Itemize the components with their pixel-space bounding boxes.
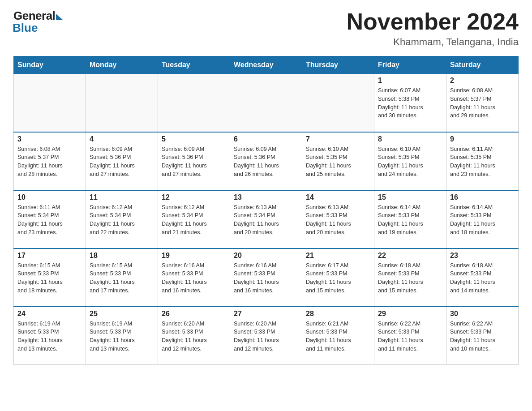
header-saturday: Saturday (446, 56, 519, 74)
day-number: 3 (17, 135, 82, 143)
calendar-week-3: 10Sunrise: 6:11 AMSunset: 5:34 PMDayligh… (14, 190, 519, 248)
calendar-cell: 29Sunrise: 6:22 AMSunset: 5:33 PMDayligh… (374, 307, 446, 365)
day-number: 21 (306, 252, 370, 260)
calendar-cell: 10Sunrise: 6:11 AMSunset: 5:34 PMDayligh… (14, 190, 86, 248)
day-info: Sunrise: 6:09 AMSunset: 5:36 PMDaylight:… (90, 145, 154, 179)
day-number: 13 (234, 193, 298, 201)
day-info: Sunrise: 6:19 AMSunset: 5:33 PMDaylight:… (90, 320, 154, 353)
day-info: Sunrise: 6:19 AMSunset: 5:33 PMDaylight:… (17, 320, 82, 353)
day-number: 9 (450, 135, 515, 143)
day-info: Sunrise: 6:07 AMSunset: 5:38 PMDaylight:… (378, 86, 442, 120)
day-number: 28 (306, 310, 370, 318)
header-thursday: Thursday (302, 56, 374, 74)
calendar-cell: 11Sunrise: 6:12 AMSunset: 5:34 PMDayligh… (86, 190, 158, 248)
calendar-cell: 19Sunrise: 6:16 AMSunset: 5:33 PMDayligh… (158, 248, 230, 307)
calendar-week-4: 17Sunrise: 6:15 AMSunset: 5:33 PMDayligh… (14, 248, 519, 307)
day-number: 20 (234, 252, 298, 260)
day-number: 23 (450, 252, 515, 260)
calendar-cell: 26Sunrise: 6:20 AMSunset: 5:33 PMDayligh… (158, 307, 230, 365)
calendar-week-1: 1Sunrise: 6:07 AMSunset: 5:38 PMDaylight… (14, 74, 519, 132)
day-number: 11 (90, 193, 154, 201)
day-info: Sunrise: 6:20 AMSunset: 5:33 PMDaylight:… (162, 320, 226, 353)
day-number: 15 (378, 193, 442, 201)
header-monday: Monday (86, 56, 158, 74)
day-info: Sunrise: 6:16 AMSunset: 5:33 PMDaylight:… (234, 261, 298, 295)
day-info: Sunrise: 6:10 AMSunset: 5:35 PMDaylight:… (378, 145, 442, 179)
day-number: 8 (378, 135, 442, 143)
day-info: Sunrise: 6:18 AMSunset: 5:33 PMDaylight:… (378, 261, 442, 295)
day-info: Sunrise: 6:11 AMSunset: 5:35 PMDaylight:… (450, 145, 515, 179)
calendar-cell: 2Sunrise: 6:08 AMSunset: 5:37 PMDaylight… (446, 74, 519, 132)
day-number: 26 (162, 310, 226, 318)
calendar-cell (158, 74, 230, 132)
calendar-cell: 12Sunrise: 6:12 AMSunset: 5:34 PMDayligh… (158, 190, 230, 248)
day-number: 16 (450, 193, 515, 201)
day-info: Sunrise: 6:13 AMSunset: 5:33 PMDaylight:… (306, 203, 370, 237)
calendar-cell: 3Sunrise: 6:08 AMSunset: 5:37 PMDaylight… (14, 132, 86, 190)
calendar-cell: 18Sunrise: 6:15 AMSunset: 5:33 PMDayligh… (86, 248, 158, 307)
day-info: Sunrise: 6:20 AMSunset: 5:33 PMDaylight:… (234, 320, 298, 353)
logo-arrow-icon (56, 14, 63, 20)
day-info: Sunrise: 6:16 AMSunset: 5:33 PMDaylight:… (162, 261, 226, 295)
logo-blue-text: Blue (13, 21, 38, 35)
calendar-cell (14, 74, 86, 132)
day-info: Sunrise: 6:09 AMSunset: 5:36 PMDaylight:… (162, 145, 226, 179)
day-info: Sunrise: 6:13 AMSunset: 5:34 PMDaylight:… (234, 203, 298, 237)
day-number: 4 (90, 135, 154, 143)
page-header: General Blue November 2024 Khammam, Tela… (13, 9, 519, 48)
calendar-cell (230, 74, 302, 132)
calendar-cell: 28Sunrise: 6:21 AMSunset: 5:33 PMDayligh… (302, 307, 374, 365)
header-friday: Friday (374, 56, 446, 74)
day-number: 6 (234, 135, 298, 143)
calendar-week-5: 24Sunrise: 6:19 AMSunset: 5:33 PMDayligh… (14, 307, 519, 365)
calendar-cell: 14Sunrise: 6:13 AMSunset: 5:33 PMDayligh… (302, 190, 374, 248)
calendar-week-2: 3Sunrise: 6:08 AMSunset: 5:37 PMDaylight… (14, 132, 519, 190)
calendar-cell: 9Sunrise: 6:11 AMSunset: 5:35 PMDaylight… (446, 132, 519, 190)
calendar-cell (302, 74, 374, 132)
calendar-cell: 23Sunrise: 6:18 AMSunset: 5:33 PMDayligh… (446, 248, 519, 307)
day-info: Sunrise: 6:11 AMSunset: 5:34 PMDaylight:… (17, 203, 82, 237)
day-number: 14 (306, 193, 370, 201)
calendar-cell: 5Sunrise: 6:09 AMSunset: 5:36 PMDaylight… (158, 132, 230, 190)
calendar-cell: 30Sunrise: 6:22 AMSunset: 5:33 PMDayligh… (446, 307, 519, 365)
day-info: Sunrise: 6:10 AMSunset: 5:35 PMDaylight:… (306, 145, 370, 179)
month-title: November 2024 (347, 9, 519, 34)
calendar-table: SundayMondayTuesdayWednesdayThursdayFrid… (13, 56, 519, 365)
day-number: 12 (162, 193, 226, 201)
day-info: Sunrise: 6:14 AMSunset: 5:33 PMDaylight:… (378, 203, 442, 237)
logo: General Blue (13, 9, 63, 35)
calendar-cell: 16Sunrise: 6:14 AMSunset: 5:33 PMDayligh… (446, 190, 519, 248)
calendar-cell (86, 74, 158, 132)
day-number: 2 (450, 77, 515, 85)
day-number: 30 (450, 310, 515, 318)
day-info: Sunrise: 6:17 AMSunset: 5:33 PMDaylight:… (306, 261, 370, 295)
calendar-cell: 4Sunrise: 6:09 AMSunset: 5:36 PMDaylight… (86, 132, 158, 190)
day-info: Sunrise: 6:08 AMSunset: 5:37 PMDaylight:… (17, 145, 82, 179)
location-text: Khammam, Telangana, India (347, 36, 519, 48)
day-info: Sunrise: 6:14 AMSunset: 5:33 PMDaylight:… (450, 203, 515, 237)
day-number: 5 (162, 135, 226, 143)
day-info: Sunrise: 6:15 AMSunset: 5:33 PMDaylight:… (90, 261, 154, 295)
day-number: 1 (378, 77, 442, 85)
day-number: 29 (378, 310, 442, 318)
day-number: 7 (306, 135, 370, 143)
day-number: 19 (162, 252, 226, 260)
header-tuesday: Tuesday (158, 56, 230, 74)
calendar-cell: 20Sunrise: 6:16 AMSunset: 5:33 PMDayligh… (230, 248, 302, 307)
calendar-header-row: SundayMondayTuesdayWednesdayThursdayFrid… (14, 56, 519, 74)
day-number: 18 (90, 252, 154, 260)
day-info: Sunrise: 6:22 AMSunset: 5:33 PMDaylight:… (450, 320, 515, 353)
day-info: Sunrise: 6:21 AMSunset: 5:33 PMDaylight:… (306, 320, 370, 353)
calendar-cell: 7Sunrise: 6:10 AMSunset: 5:35 PMDaylight… (302, 132, 374, 190)
day-info: Sunrise: 6:12 AMSunset: 5:34 PMDaylight:… (90, 203, 154, 237)
day-info: Sunrise: 6:18 AMSunset: 5:33 PMDaylight:… (450, 261, 515, 295)
calendar-cell: 25Sunrise: 6:19 AMSunset: 5:33 PMDayligh… (86, 307, 158, 365)
day-number: 27 (234, 310, 298, 318)
calendar-cell: 6Sunrise: 6:09 AMSunset: 5:36 PMDaylight… (230, 132, 302, 190)
day-number: 22 (378, 252, 442, 260)
calendar-cell: 1Sunrise: 6:07 AMSunset: 5:38 PMDaylight… (374, 74, 446, 132)
day-number: 17 (17, 252, 82, 260)
calendar-cell: 27Sunrise: 6:20 AMSunset: 5:33 PMDayligh… (230, 307, 302, 365)
calendar-cell: 24Sunrise: 6:19 AMSunset: 5:33 PMDayligh… (14, 307, 86, 365)
day-info: Sunrise: 6:08 AMSunset: 5:37 PMDaylight:… (450, 86, 515, 120)
